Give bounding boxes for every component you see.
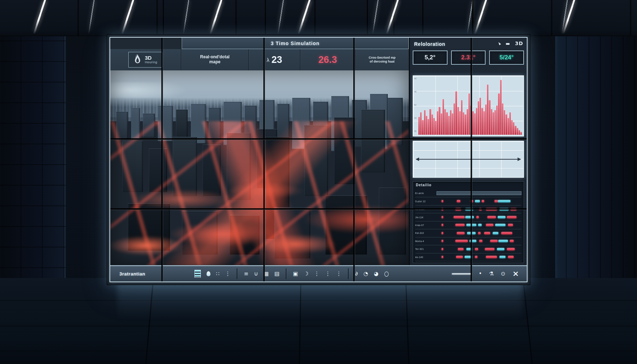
histogram-bar — [517, 128, 518, 135]
ladle-icon[interactable]: ∂ — [355, 271, 358, 277]
flask-icon[interactable]: ⚗ — [489, 271, 494, 277]
dots-icon[interactable]: ⋮ — [336, 271, 342, 277]
map-area: 3 Timo Simulation — [110, 38, 409, 282]
red-bar — [485, 248, 494, 250]
histogram-bar — [443, 99, 444, 135]
realtime-map-label-1: Real-ond'dotal — [200, 55, 230, 60]
histogram-bar — [476, 108, 477, 135]
toolbar-group: ∷⋮ — [188, 270, 237, 278]
pie-icon[interactable]: ◕ — [374, 271, 379, 277]
cyan-bar — [493, 232, 499, 234]
histogram-bar — [465, 114, 466, 135]
histogram-bar — [454, 103, 455, 135]
detail-row-bars — [437, 229, 521, 237]
dots-icon[interactable]: ⋮ — [225, 271, 230, 277]
red-bar — [479, 240, 483, 242]
cursor-icon[interactable]: ► — [496, 41, 502, 46]
brand-name: 3D — [145, 55, 157, 61]
toolbar-groups: ∷⋮≡∪▦▤▣☽⋮⋮⋮∂◔◕○ — [188, 268, 395, 279]
cross-section-cell: Cros-Secrtonl mp of dercoing haat — [355, 49, 409, 70]
detail-row[interactable]: Er-arrm — [415, 189, 521, 197]
stripes-icon[interactable] — [194, 270, 201, 278]
drop-icon[interactable] — [207, 271, 210, 276]
red-bar — [486, 224, 494, 226]
detail-row[interactable]: Morra-4 — [415, 237, 521, 245]
realtime-map-cell: Real-ond'dotal mape — [181, 49, 249, 70]
detail-row[interactable]: Ter-921 — [415, 245, 521, 253]
red-bar — [457, 200, 460, 203]
histogram-bar — [459, 111, 461, 135]
logo-box: 3D Heuring — [128, 52, 162, 68]
floor-reflection — [117, 279, 523, 322]
detail-rows: Er-arrmS-plor 12Ve-2180Jm-114Irras-07Kel… — [415, 189, 521, 261]
histogram-bar — [455, 91, 457, 135]
detail-row-bars — [437, 245, 521, 253]
camera-icon[interactable]: ⊙ — [501, 271, 505, 277]
detail-list-panel: Detailio Er-arrmS-plor 12Ve-2180Jm-114Ir… — [413, 181, 524, 263]
cyan-bar — [499, 256, 505, 258]
cyan-bar — [475, 200, 480, 203]
panel-icon[interactable]: ▬ — [505, 41, 510, 46]
detail-row[interactable]: Kel-310 — [415, 229, 521, 237]
histogram-bar — [441, 113, 442, 135]
menu-icon[interactable]: ≡ — [244, 271, 248, 277]
bezel-seam — [161, 38, 163, 282]
histogram-bar — [511, 120, 513, 135]
detail-row[interactable]: S-plor 12 — [415, 197, 521, 205]
histogram-bar — [418, 117, 420, 135]
red-bar — [457, 232, 465, 234]
header-cells: 3D Heuring Real-ond'dotal mape λ 23 — [110, 49, 409, 71]
detail-row-widebar — [437, 191, 521, 195]
brand-text: 3D Heuring — [145, 55, 157, 64]
histogram-bar — [467, 109, 468, 135]
city-heat-map[interactable] — [110, 70, 409, 266]
cyan-bar — [478, 224, 482, 226]
histogram-bar — [509, 112, 511, 135]
toolbar-right-group: •⚗⊙× — [452, 270, 527, 278]
cyan-bar — [465, 216, 474, 219]
histogram-bar — [483, 111, 485, 135]
range-indicator-chart[interactable] — [413, 141, 524, 178]
crescent-icon[interactable]: ☽ — [304, 271, 308, 277]
close-icon[interactable]: × — [513, 270, 519, 278]
histogram-bar — [457, 107, 459, 135]
red-bar — [441, 200, 443, 203]
toolbar-group: ≡∪▦▤ — [237, 271, 286, 277]
heat-histogram-chart[interactable]: 4045624335 — [413, 75, 524, 136]
document-icon[interactable]: ▤ — [274, 271, 279, 277]
histogram-bar — [437, 111, 438, 135]
dots-icon[interactable]: ⋮ — [325, 271, 331, 277]
brand-sub: Heuring — [145, 61, 157, 64]
data-block-icon[interactable]: ∷ — [216, 271, 220, 277]
bottom-toolbar: 3ratrantian ∷⋮≡∪▦▤▣☽⋮⋮⋮∂◔◕○ •⚗⊙× — [110, 265, 527, 282]
detail-row-label: Jm-114 — [415, 216, 435, 219]
histogram-bar — [489, 100, 490, 135]
oval-icon[interactable]: ○ — [384, 271, 389, 277]
red-bar — [441, 232, 443, 234]
red-bar — [475, 248, 478, 250]
histogram-bar — [481, 108, 483, 135]
dots-icon[interactable]: ⋮ — [314, 271, 320, 277]
wall-seam — [367, 0, 368, 34]
detail-row[interactable]: Ax-140 — [415, 253, 521, 261]
window-icon[interactable]: ▣ — [293, 271, 298, 277]
red-bar — [508, 256, 514, 258]
histogram-bars — [418, 79, 522, 135]
bezel-seam — [471, 38, 472, 282]
histogram-bar — [505, 114, 507, 135]
red-bar — [458, 248, 464, 250]
mode-3d-label[interactable]: 3D — [515, 41, 523, 46]
panel-header-icons: ►▬3D — [498, 41, 523, 46]
detail-row-label: Morra-4 — [415, 240, 435, 242]
slider-line-icon[interactable] — [452, 273, 472, 274]
red-bar — [441, 224, 443, 226]
map-vignette — [110, 70, 409, 266]
detail-row[interactable]: Jm-114 — [415, 213, 521, 221]
detail-row[interactable]: Irras-07 — [415, 221, 521, 229]
clock-icon[interactable]: ◔ — [364, 271, 368, 277]
histogram-bar — [520, 132, 522, 135]
magnet-icon[interactable]: ∪ — [254, 271, 258, 277]
dot-icon[interactable]: • — [479, 271, 482, 277]
screen-title: 3 Timo Simulation — [182, 38, 409, 49]
stat-value-1: 5,2° — [413, 50, 448, 65]
